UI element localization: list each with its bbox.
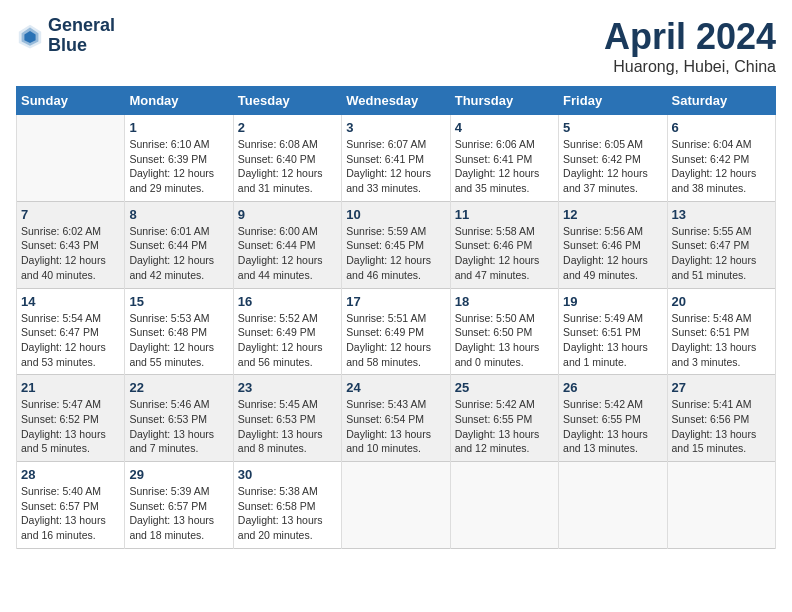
day-info: Sunrise: 6:04 AMSunset: 6:42 PMDaylight:…: [672, 137, 771, 196]
day-info: Sunrise: 5:50 AMSunset: 6:50 PMDaylight:…: [455, 311, 554, 370]
day-number: 28: [21, 467, 120, 482]
day-number: 8: [129, 207, 228, 222]
day-number: 23: [238, 380, 337, 395]
calendar-cell: 18Sunrise: 5:50 AMSunset: 6:50 PMDayligh…: [450, 288, 558, 375]
calendar-subtitle: Huarong, Hubei, China: [604, 58, 776, 76]
calendar-cell: 13Sunrise: 5:55 AMSunset: 6:47 PMDayligh…: [667, 201, 775, 288]
day-number: 21: [21, 380, 120, 395]
day-number: 2: [238, 120, 337, 135]
calendar-cell: 7Sunrise: 6:02 AMSunset: 6:43 PMDaylight…: [17, 201, 125, 288]
day-info: Sunrise: 5:40 AMSunset: 6:57 PMDaylight:…: [21, 484, 120, 543]
calendar-cell: 28Sunrise: 5:40 AMSunset: 6:57 PMDayligh…: [17, 462, 125, 549]
day-number: 17: [346, 294, 445, 309]
calendar-week-row: 7Sunrise: 6:02 AMSunset: 6:43 PMDaylight…: [17, 201, 776, 288]
day-info: Sunrise: 5:58 AMSunset: 6:46 PMDaylight:…: [455, 224, 554, 283]
calendar-cell: 26Sunrise: 5:42 AMSunset: 6:55 PMDayligh…: [559, 375, 667, 462]
calendar-cell: 22Sunrise: 5:46 AMSunset: 6:53 PMDayligh…: [125, 375, 233, 462]
calendar-cell: 1Sunrise: 6:10 AMSunset: 6:39 PMDaylight…: [125, 115, 233, 202]
day-number: 25: [455, 380, 554, 395]
calendar-cell: [450, 462, 558, 549]
calendar-cell: 25Sunrise: 5:42 AMSunset: 6:55 PMDayligh…: [450, 375, 558, 462]
calendar-cell: 23Sunrise: 5:45 AMSunset: 6:53 PMDayligh…: [233, 375, 341, 462]
calendar-header-row: SundayMondayTuesdayWednesdayThursdayFrid…: [17, 87, 776, 115]
calendar-cell: [559, 462, 667, 549]
calendar-cell: 15Sunrise: 5:53 AMSunset: 6:48 PMDayligh…: [125, 288, 233, 375]
calendar-cell: 17Sunrise: 5:51 AMSunset: 6:49 PMDayligh…: [342, 288, 450, 375]
day-info: Sunrise: 6:07 AMSunset: 6:41 PMDaylight:…: [346, 137, 445, 196]
day-number: 30: [238, 467, 337, 482]
weekday-header: Thursday: [450, 87, 558, 115]
day-number: 29: [129, 467, 228, 482]
day-number: 14: [21, 294, 120, 309]
day-info: Sunrise: 5:52 AMSunset: 6:49 PMDaylight:…: [238, 311, 337, 370]
calendar-cell: 5Sunrise: 6:05 AMSunset: 6:42 PMDaylight…: [559, 115, 667, 202]
day-number: 20: [672, 294, 771, 309]
day-number: 18: [455, 294, 554, 309]
day-info: Sunrise: 5:42 AMSunset: 6:55 PMDaylight:…: [455, 397, 554, 456]
calendar-cell: 2Sunrise: 6:08 AMSunset: 6:40 PMDaylight…: [233, 115, 341, 202]
day-info: Sunrise: 5:56 AMSunset: 6:46 PMDaylight:…: [563, 224, 662, 283]
calendar-cell: 24Sunrise: 5:43 AMSunset: 6:54 PMDayligh…: [342, 375, 450, 462]
day-number: 13: [672, 207, 771, 222]
calendar-cell: 10Sunrise: 5:59 AMSunset: 6:45 PMDayligh…: [342, 201, 450, 288]
calendar-cell: [667, 462, 775, 549]
day-number: 4: [455, 120, 554, 135]
day-number: 12: [563, 207, 662, 222]
day-number: 11: [455, 207, 554, 222]
weekday-header: Tuesday: [233, 87, 341, 115]
day-info: Sunrise: 5:46 AMSunset: 6:53 PMDaylight:…: [129, 397, 228, 456]
day-info: Sunrise: 5:53 AMSunset: 6:48 PMDaylight:…: [129, 311, 228, 370]
day-info: Sunrise: 5:45 AMSunset: 6:53 PMDaylight:…: [238, 397, 337, 456]
day-info: Sunrise: 5:48 AMSunset: 6:51 PMDaylight:…: [672, 311, 771, 370]
day-info: Sunrise: 5:38 AMSunset: 6:58 PMDaylight:…: [238, 484, 337, 543]
calendar-week-row: 21Sunrise: 5:47 AMSunset: 6:52 PMDayligh…: [17, 375, 776, 462]
day-number: 7: [21, 207, 120, 222]
day-number: 9: [238, 207, 337, 222]
weekday-header: Sunday: [17, 87, 125, 115]
calendar-cell: 29Sunrise: 5:39 AMSunset: 6:57 PMDayligh…: [125, 462, 233, 549]
day-number: 26: [563, 380, 662, 395]
logo-icon: [16, 22, 44, 50]
day-info: Sunrise: 6:05 AMSunset: 6:42 PMDaylight:…: [563, 137, 662, 196]
calendar-cell: 19Sunrise: 5:49 AMSunset: 6:51 PMDayligh…: [559, 288, 667, 375]
calendar-cell: [342, 462, 450, 549]
day-info: Sunrise: 6:10 AMSunset: 6:39 PMDaylight:…: [129, 137, 228, 196]
logo-text: General Blue: [48, 16, 115, 56]
day-info: Sunrise: 6:08 AMSunset: 6:40 PMDaylight:…: [238, 137, 337, 196]
day-number: 16: [238, 294, 337, 309]
day-number: 5: [563, 120, 662, 135]
calendar-cell: 8Sunrise: 6:01 AMSunset: 6:44 PMDaylight…: [125, 201, 233, 288]
calendar-cell: 12Sunrise: 5:56 AMSunset: 6:46 PMDayligh…: [559, 201, 667, 288]
calendar-title: April 2024: [604, 16, 776, 58]
day-info: Sunrise: 5:41 AMSunset: 6:56 PMDaylight:…: [672, 397, 771, 456]
day-info: Sunrise: 5:49 AMSunset: 6:51 PMDaylight:…: [563, 311, 662, 370]
day-info: Sunrise: 5:42 AMSunset: 6:55 PMDaylight:…: [563, 397, 662, 456]
day-info: Sunrise: 5:59 AMSunset: 6:45 PMDaylight:…: [346, 224, 445, 283]
calendar-cell: 3Sunrise: 6:07 AMSunset: 6:41 PMDaylight…: [342, 115, 450, 202]
day-number: 6: [672, 120, 771, 135]
weekday-header: Wednesday: [342, 87, 450, 115]
day-number: 10: [346, 207, 445, 222]
day-info: Sunrise: 6:02 AMSunset: 6:43 PMDaylight:…: [21, 224, 120, 283]
calendar-cell: 21Sunrise: 5:47 AMSunset: 6:52 PMDayligh…: [17, 375, 125, 462]
header: General Blue April 2024 Huarong, Hubei, …: [16, 16, 776, 76]
logo: General Blue: [16, 16, 115, 56]
day-info: Sunrise: 5:54 AMSunset: 6:47 PMDaylight:…: [21, 311, 120, 370]
calendar-cell: 20Sunrise: 5:48 AMSunset: 6:51 PMDayligh…: [667, 288, 775, 375]
calendar-cell: 6Sunrise: 6:04 AMSunset: 6:42 PMDaylight…: [667, 115, 775, 202]
title-block: April 2024 Huarong, Hubei, China: [604, 16, 776, 76]
day-number: 1: [129, 120, 228, 135]
day-info: Sunrise: 5:43 AMSunset: 6:54 PMDaylight:…: [346, 397, 445, 456]
calendar-cell: 16Sunrise: 5:52 AMSunset: 6:49 PMDayligh…: [233, 288, 341, 375]
calendar-cell: 4Sunrise: 6:06 AMSunset: 6:41 PMDaylight…: [450, 115, 558, 202]
day-number: 19: [563, 294, 662, 309]
calendar-table: SundayMondayTuesdayWednesdayThursdayFrid…: [16, 86, 776, 549]
day-info: Sunrise: 6:01 AMSunset: 6:44 PMDaylight:…: [129, 224, 228, 283]
calendar-cell: 27Sunrise: 5:41 AMSunset: 6:56 PMDayligh…: [667, 375, 775, 462]
day-number: 22: [129, 380, 228, 395]
day-info: Sunrise: 5:39 AMSunset: 6:57 PMDaylight:…: [129, 484, 228, 543]
day-number: 15: [129, 294, 228, 309]
day-info: Sunrise: 6:00 AMSunset: 6:44 PMDaylight:…: [238, 224, 337, 283]
calendar-body: 1Sunrise: 6:10 AMSunset: 6:39 PMDaylight…: [17, 115, 776, 549]
weekday-header: Monday: [125, 87, 233, 115]
